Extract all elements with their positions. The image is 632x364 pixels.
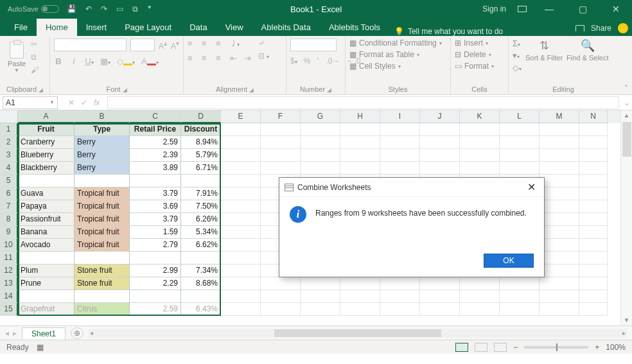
column-header[interactable]: G (301, 110, 340, 123)
cell[interactable] (261, 290, 301, 303)
tab-file[interactable]: File (5, 19, 37, 36)
view-normal-icon[interactable] (455, 343, 468, 352)
cell[interactable] (130, 290, 181, 303)
cell[interactable] (340, 277, 380, 290)
merge-center-button[interactable]: ⊟ ▾ (258, 51, 269, 60)
copy-icon[interactable]: ⧉ (31, 53, 42, 63)
cell[interactable] (221, 252, 261, 264)
cell[interactable]: 8.68% (181, 277, 221, 290)
sheet-tab[interactable]: Sheet1 (22, 327, 66, 340)
cell[interactable] (75, 175, 130, 187)
cell[interactable] (261, 123, 301, 136)
cell[interactable] (221, 187, 261, 200)
cell[interactable] (221, 175, 261, 187)
cell[interactable] (221, 123, 261, 136)
maximize-icon[interactable]: ▢ (572, 4, 593, 14)
sheet-nav-prev-icon[interactable]: ◂ (5, 329, 9, 338)
delete-cells-button[interactable]: ⊟Delete▾ (455, 50, 504, 59)
cell[interactable] (579, 175, 608, 187)
cell[interactable] (579, 136, 608, 149)
column-header[interactable]: I (380, 110, 420, 123)
cell[interactable]: 6.62% (181, 239, 221, 252)
cell[interactable] (301, 123, 340, 136)
cell[interactable] (221, 149, 261, 162)
cell[interactable] (340, 290, 380, 303)
tab-data[interactable]: Data (180, 19, 216, 36)
enter-formula-icon[interactable]: ✓ (81, 98, 87, 107)
cell[interactable] (579, 239, 608, 252)
cell[interactable] (301, 162, 340, 175)
row-header[interactable]: 3 (0, 149, 18, 162)
cell[interactable]: 2.79 (130, 239, 181, 252)
cell-styles-button[interactable]: ▦Cell Styles▾ (349, 62, 446, 71)
cell[interactable] (18, 252, 75, 264)
wrap-text-button[interactable]: ⤶ (258, 39, 269, 48)
cell[interactable] (420, 149, 460, 162)
cell[interactable] (540, 277, 579, 290)
cell[interactable] (540, 264, 579, 277)
cell[interactable] (130, 252, 181, 264)
align-right-icon[interactable]: ≡ (216, 53, 225, 63)
cell[interactable] (181, 252, 221, 264)
dialog-launcher-icon[interactable]: ◢ (249, 87, 254, 93)
cell[interactable] (380, 303, 420, 316)
cell[interactable] (579, 213, 608, 226)
cell[interactable]: Grapefruit (18, 303, 75, 316)
decrease-font-icon[interactable]: A▾ (171, 40, 179, 51)
cell[interactable]: 3.79 (130, 213, 181, 226)
cell[interactable] (540, 226, 579, 239)
column-header[interactable]: L (500, 110, 540, 123)
cell[interactable] (261, 277, 301, 290)
cell[interactable] (261, 162, 301, 175)
minimize-icon[interactable]: — (538, 4, 560, 14)
cell[interactable] (579, 200, 608, 213)
cell[interactable]: 3.89 (130, 162, 181, 175)
cell[interactable] (579, 264, 608, 277)
cell[interactable] (540, 200, 579, 213)
cell[interactable]: Prune (18, 277, 75, 290)
zoom-slider[interactable] (524, 346, 588, 349)
cell[interactable]: Citrus (75, 303, 130, 316)
view-page-layout-icon[interactable] (475, 343, 487, 352)
cell[interactable]: 2.99 (130, 264, 181, 277)
cell[interactable] (579, 162, 608, 175)
cell[interactable] (500, 123, 540, 136)
name-box[interactable]: A1 ▼ (3, 96, 58, 109)
cell[interactable]: 3.69 (130, 200, 181, 213)
cell[interactable] (460, 162, 500, 175)
cell[interactable] (540, 187, 579, 200)
collapse-ribbon-icon[interactable]: ˄ (624, 84, 628, 93)
conditional-formatting-button[interactable]: ▦Conditional Formatting▾ (349, 39, 446, 48)
currency-icon[interactable]: $▾ (290, 56, 297, 65)
cell[interactable] (221, 226, 261, 239)
cell[interactable] (420, 277, 460, 290)
cell[interactable] (540, 136, 579, 149)
fill-icon[interactable]: ▾▾ (513, 51, 522, 60)
cell[interactable] (460, 277, 500, 290)
cell[interactable]: 2.39 (130, 149, 181, 162)
cell[interactable]: Discount (181, 123, 221, 136)
dialog-launcher-icon[interactable]: ◢ (123, 87, 127, 93)
cell[interactable] (540, 303, 579, 316)
cell[interactable] (221, 239, 261, 252)
cell[interactable] (500, 303, 540, 316)
dialog-title-bar[interactable]: Combine Worksheets ✕ (279, 178, 544, 197)
tab-insert[interactable]: Insert (77, 19, 116, 36)
decrease-indent-icon[interactable]: ⇤ (230, 53, 239, 63)
cell[interactable] (420, 123, 460, 136)
zoom-in-button[interactable]: + (595, 343, 599, 352)
macro-record-icon[interactable]: ▦ (37, 343, 44, 352)
cell[interactable] (540, 149, 579, 162)
cell[interactable] (579, 290, 608, 303)
cell[interactable]: 2.29 (130, 277, 181, 290)
tab-home[interactable]: Home (37, 19, 77, 36)
cell[interactable] (540, 175, 579, 187)
sort-filter-button[interactable]: ⇅ Sort & Filter (525, 39, 563, 62)
cell[interactable] (540, 123, 579, 136)
cell[interactable] (181, 175, 221, 187)
cell[interactable]: Blackberry (18, 162, 75, 175)
cell[interactable] (301, 149, 340, 162)
cell[interactable]: 2.59 (130, 136, 181, 149)
cell[interactable]: Stone fruit (75, 277, 130, 290)
cell[interactable] (460, 123, 500, 136)
